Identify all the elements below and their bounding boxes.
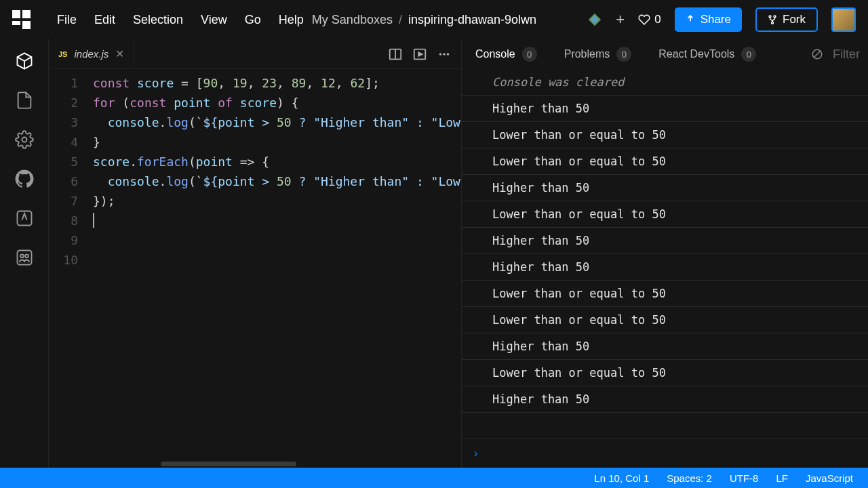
svg-point-5 [22, 138, 26, 142]
menu-item-file[interactable]: File [57, 13, 77, 27]
github-icon[interactable] [15, 169, 34, 188]
svg-line-18 [814, 52, 821, 58]
console-row: Higher than 50 [462, 96, 868, 122]
svg-point-4 [772, 22, 774, 24]
status-encoding[interactable]: UTF-8 [730, 472, 759, 484]
menu-item-go[interactable]: Go [245, 13, 261, 27]
console-row: Higher than 50 [462, 175, 868, 201]
devtab-problems[interactable]: Problems0 [551, 39, 646, 69]
status-language[interactable]: JavaScript [806, 472, 853, 484]
tab-filename: index.js [74, 48, 108, 60]
js-file-icon: JS [58, 50, 67, 58]
svg-point-3 [774, 16, 776, 18]
console-output: Console was clearedHigher than 50Lower t… [462, 69, 868, 438]
svg-point-15 [443, 53, 446, 56]
svg-rect-7 [17, 251, 31, 265]
app-logo[interactable] [12, 10, 31, 29]
avatar[interactable] [831, 7, 856, 32]
breadcrumb[interactable]: My Sandboxes / inspiring-dhawan-9olwn [312, 13, 536, 27]
console-row: Lower than or equal to 50 [462, 122, 868, 148]
menu-bar: FileEditSelectionViewGoHelp [57, 13, 304, 27]
more-icon[interactable] [437, 47, 452, 62]
menu-item-selection[interactable]: Selection [133, 13, 183, 27]
editor-tab[interactable]: JS index.js ✕ [49, 39, 134, 68]
console-row: Higher than 50 [462, 254, 868, 281]
gear-icon[interactable] [15, 130, 34, 149]
console-row: Lower than or equal to 50 [462, 201, 868, 228]
file-icon[interactable] [15, 91, 34, 110]
console-row: Lower than or equal to 50 [462, 307, 868, 333]
svg-point-2 [769, 16, 771, 18]
console-row: Lower than or equal to 50 [462, 360, 868, 386]
menu-item-help[interactable]: Help [279, 13, 304, 27]
sandbox-icon[interactable] [587, 12, 602, 27]
like-button[interactable]: 0 [638, 13, 660, 26]
status-spaces[interactable]: Spaces: 2 [667, 472, 712, 484]
preview-icon[interactable] [412, 47, 427, 62]
fork-button[interactable]: Fork [755, 7, 818, 32]
console-row: Console was cleared [462, 69, 868, 96]
svg-marker-13 [418, 52, 422, 56]
menu-item-view[interactable]: View [201, 13, 227, 27]
svg-point-16 [447, 53, 450, 56]
menu-item-edit[interactable]: Edit [94, 13, 115, 27]
deploy-icon[interactable] [15, 209, 34, 228]
devtab-react-devtools[interactable]: React DevTools0 [645, 39, 770, 69]
breadcrumb-parent: My Sandboxes [312, 13, 393, 26]
share-button[interactable]: Share [675, 7, 742, 32]
svg-point-8 [20, 254, 24, 258]
status-position[interactable]: Ln 10, Col 1 [594, 472, 649, 484]
cube-icon[interactable] [15, 52, 34, 70]
console-row: Higher than 50 [462, 386, 868, 413]
console-row: Higher than 50 [462, 228, 868, 254]
devtab-console[interactable]: Console0 [462, 39, 551, 69]
status-eol[interactable]: LF [776, 472, 788, 484]
svg-point-9 [25, 254, 28, 258]
clear-console-icon[interactable] [811, 48, 823, 60]
console-row: Lower than or equal to 50 [462, 148, 868, 175]
svg-point-14 [439, 53, 442, 56]
horizontal-scrollbar[interactable] [161, 462, 296, 466]
split-view-icon[interactable] [388, 47, 403, 62]
like-count: 0 [654, 13, 660, 26]
console-row: Higher than 50 [462, 333, 868, 360]
filter-input[interactable]: Filter [833, 47, 860, 62]
close-tab-icon[interactable]: ✕ [115, 47, 124, 60]
code-editor[interactable]: 12345678910 const score = [90, 19, 23, 8… [49, 69, 461, 468]
console-input[interactable]: › [462, 438, 868, 468]
breadcrumb-name: inspiring-dhawan-9olwn [408, 13, 536, 26]
team-icon[interactable] [15, 248, 34, 267]
add-icon[interactable]: + [616, 11, 625, 28]
console-row: Lower than or equal to 50 [462, 281, 868, 307]
